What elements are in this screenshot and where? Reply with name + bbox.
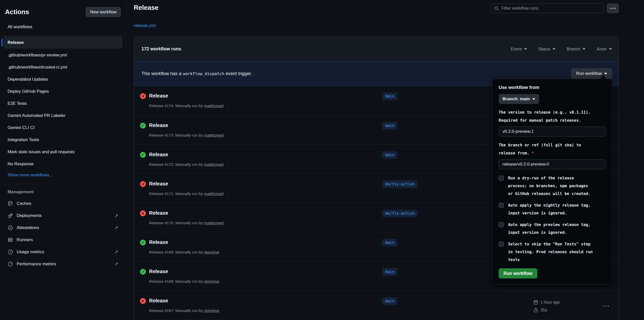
actor-link[interactable]: mattKorwel (204, 162, 224, 167)
success-status-icon: ✓ (140, 123, 146, 129)
branch-badge[interactable]: main (382, 92, 397, 100)
actor-link[interactable]: skeshive (204, 279, 219, 283)
sidebar-item-workflow-7[interactable]: Gemini CLI CI (4, 122, 122, 134)
chevron-down-icon (524, 48, 527, 50)
failure-status-icon: × (140, 93, 146, 99)
popover-notch (600, 75, 606, 79)
run-title-link[interactable]: Release (149, 239, 168, 245)
management-item-label: Deployments (17, 213, 110, 218)
branch-selector-button[interactable]: Branch: main (499, 94, 539, 104)
actor-link[interactable]: mattKorwel (204, 191, 224, 196)
actor-link[interactable]: skeshive (204, 250, 219, 254)
sidebar-item-workflow-6[interactable]: Gemini Automated PR Labeler (4, 110, 122, 122)
actor-link[interactable]: mattKorwel (204, 221, 224, 225)
sidebar-item-workflow-10[interactable]: No Response (4, 158, 122, 170)
checkbox-unchecked-icon[interactable] (499, 242, 504, 247)
chevron-down-icon (604, 73, 607, 75)
run-description: Release #172: Manually run by mattKorwel (149, 162, 224, 167)
page-kebab-menu-button[interactable] (607, 4, 619, 13)
filter-label: Branch (567, 47, 580, 52)
kebab-icon (610, 8, 611, 9)
dispatch-option-3[interactable]: Select to skip the "Run Tests" step in t… (499, 240, 606, 264)
kebab-icon (606, 305, 607, 306)
run-title-link[interactable]: Release (149, 93, 168, 99)
filter-label: Status (538, 47, 550, 52)
checkbox-unchecked-icon[interactable] (499, 222, 504, 227)
branch-badge[interactable]: main (382, 122, 397, 130)
show-more-workflows-link[interactable]: Show more workflows... (4, 170, 122, 180)
run-title-link[interactable]: Release (149, 181, 168, 187)
filter-actor[interactable]: Actor (597, 47, 612, 52)
dispatch-option-1[interactable]: Auto apply the nightly release tag, inpu… (499, 202, 606, 217)
external-link-icon: ↗ (114, 262, 118, 267)
run-filters: EventStatusBranchActor (511, 47, 612, 52)
filter-runs-search[interactable] (491, 4, 604, 13)
sidebar-item-workflow-5[interactable]: E2E Tests (4, 98, 122, 110)
actor-link[interactable]: skeshive (204, 308, 219, 313)
dispatch-options: Run a dry-run of the release process; no… (499, 174, 606, 264)
dispatch-option-0[interactable]: Run a dry-run of the release process; no… (499, 174, 606, 198)
search-input[interactable] (501, 6, 601, 11)
rocket-icon (8, 213, 13, 218)
sidebar-item-runners[interactable]: Runners (4, 234, 122, 246)
run-workflow-submit-button[interactable]: Run workflow (499, 268, 537, 278)
popover-heading: Use workflow from (499, 85, 606, 90)
run-description: Release #170: Manually run by mattKorwel (149, 221, 224, 225)
sidebar-item-workflow-9[interactable]: Mark stale issues and pull requests (4, 146, 122, 158)
sidebar-item-workflow-4[interactable]: Deploy GitHub Pages (4, 85, 122, 98)
run-description-text: Release #171: Manually run by (149, 191, 203, 196)
new-workflow-button[interactable]: New workflow (86, 7, 121, 17)
sidebar-item-attestations[interactable]: Attestations↗ (4, 222, 122, 234)
branch-badge[interactable]: main (382, 151, 397, 159)
run-kebab-menu-button[interactable] (602, 304, 610, 308)
sidebar-item-deployments[interactable]: Deployments↗ (4, 210, 122, 222)
dispatch-option-label: Run a dry-run of the release process; no… (508, 174, 591, 198)
sidebar-item-workflow-1[interactable]: .github/workflows/pr-review.yml (4, 49, 122, 61)
meter-gauge-icon (8, 261, 13, 267)
verified-badge-icon (8, 225, 13, 231)
dispatch-option-2[interactable]: Auto apply the preview release tag, inpu… (499, 221, 606, 237)
sidebar-item-all-workflows[interactable]: All workflows (4, 22, 122, 32)
run-title-link[interactable]: Release (149, 152, 168, 157)
filter-status[interactable]: Status (538, 47, 555, 52)
run-description-text: Release #173: Manually run by (149, 133, 203, 137)
sidebar-item-workflow-0[interactable]: Release (4, 36, 122, 49)
run-description-text: Release #168: Manually run by (149, 279, 203, 283)
checkbox-unchecked-icon[interactable] (499, 203, 504, 208)
run-title-link[interactable]: Release (149, 269, 168, 274)
actor-link[interactable]: mattKorwel (204, 133, 224, 137)
run-title-link[interactable]: Release (149, 122, 168, 128)
branch-badge[interactable]: main (382, 297, 397, 305)
run-description-text: Release #170: Manually run by (149, 221, 203, 225)
success-status-icon: ✓ (140, 240, 146, 245)
server-icon (8, 237, 13, 243)
sidebar-item-workflow-3[interactable]: Dependabot Updates (4, 73, 122, 85)
workflow-file-link[interactable]: release.yml (134, 23, 156, 28)
sidebar-item-performance-metrics[interactable]: Performance metrics↗ (4, 258, 122, 270)
management-item-label: Usage metrics (17, 249, 110, 254)
dispatch-option-label: Auto apply the preview release tag, inpu… (508, 221, 591, 237)
management-item-label: Attestations (17, 225, 110, 230)
branch-badge[interactable]: main (382, 239, 397, 246)
branch-badge[interactable]: mk/fix-action (382, 180, 418, 188)
filter-branch[interactable]: Branch (567, 47, 585, 52)
filter-event[interactable]: Event (511, 47, 527, 52)
actions-page: Actions New workflow All workflows Relea… (0, 0, 644, 320)
sidebar-item-workflow-2[interactable]: .github/workflows/trusted-ci.yml (4, 61, 122, 73)
branch-badge[interactable]: main (382, 268, 397, 276)
run-start-time: 1 hour ago (533, 299, 560, 306)
version-input[interactable] (499, 126, 606, 137)
checkbox-unchecked-icon[interactable] (499, 176, 504, 181)
run-title-link[interactable]: Release (149, 210, 168, 216)
actor-link[interactable]: mattKorwel (204, 104, 224, 108)
sidebar-item-usage-metrics[interactable]: Usage metrics↗ (4, 246, 122, 258)
failure-status-icon: × (140, 181, 146, 187)
ref-input[interactable] (499, 159, 606, 169)
search-icon (494, 6, 499, 11)
workflow-run-row[interactable]: ×ReleaseRelease #167: Manually run by sk… (134, 291, 619, 320)
sidebar-item-workflow-8[interactable]: Integration Tests (4, 134, 122, 146)
run-title-link[interactable]: Release (149, 298, 168, 304)
sidebar-item-caches[interactable]: Caches (4, 198, 122, 210)
banner-text: This workflow has aworkflow_dispatcheven… (142, 71, 252, 76)
branch-badge[interactable]: mk/fix-action (382, 210, 418, 217)
